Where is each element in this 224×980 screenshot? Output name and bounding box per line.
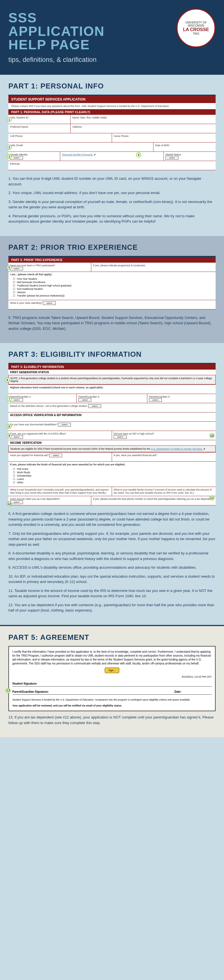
tip-7: 7. Only list the parents/guardians who p… xyxy=(8,531,216,547)
tip-8: 8. A documented disability is any physic… xyxy=(8,550,216,562)
external-link-icon: ⬈ xyxy=(94,153,96,156)
check-pell[interactable]: Pell Grant xyxy=(13,468,211,470)
check-scholarships[interactable]: Scholarships xyxy=(13,474,211,477)
part1-form: STUDENT SUPPORT SERVICES APPLICATION Ple… xyxy=(8,95,216,170)
marker-6: 6 xyxy=(5,377,10,382)
standing-select[interactable]: -- select -- xyxy=(43,301,56,305)
pg1-label: Parent/Guardian 1: xyxy=(10,395,31,398)
participant-select[interactable]: -- select -- xyxy=(10,267,23,270)
firstgen-select[interactable]: -- select -- xyxy=(88,404,101,408)
dob-label: Date of Birth: xyxy=(155,144,170,147)
tip-10: 10. An IEP, or individualized education … xyxy=(8,574,216,585)
page-subtitle: tips, definitions, & clarification xyxy=(8,56,216,64)
participant-label: Have you ever been a TRIO participant? xyxy=(10,264,55,267)
pg2-label: Parent/Guardian 2: xyxy=(78,395,100,398)
check-other[interactable]: Other: xyxy=(13,481,211,484)
tax-dependent-label: Does anyone claim you as a tax dependent… xyxy=(10,498,60,500)
signature-box: I certify that the information I have pr… xyxy=(8,646,216,711)
firstgen-header: FIRST GENERATION STATUS xyxy=(8,370,216,375)
cert-text: I certify that the information I have pr… xyxy=(12,650,212,665)
marker-12: 12 xyxy=(7,501,12,506)
household-size-label: What is your household size? (Includes y… xyxy=(10,488,109,494)
home-label: Home Phone: xyxy=(114,135,129,137)
tip-11: 11. Taxable income is the amount of inco… xyxy=(8,588,216,599)
taxable-income-label: What is your taxable family income? (Amo… xyxy=(114,488,212,494)
marker-10: 10 xyxy=(210,433,214,438)
cell-label: Cell Phone: xyxy=(10,135,23,137)
best-phone-label: If yes, please provide the best phone nu… xyxy=(93,498,213,500)
sign-button[interactable]: Sign ↓ xyxy=(105,668,119,673)
check-nontraditional[interactable]: Non-traditional Student xyxy=(13,288,211,290)
marker-3: 3 xyxy=(7,154,12,159)
date-label: Date: xyxy=(175,690,181,694)
tip-9: 9. ACCESS is UWL's disability services o… xyxy=(8,565,216,570)
gender-label: Gender Identity: xyxy=(10,153,28,156)
student-id-label: UWL Student ID: xyxy=(10,116,29,119)
email-label: UWL Email: xyxy=(10,144,23,147)
part3-title: PART 3: ELIGIBILITY INFORMATION xyxy=(0,343,224,363)
student-sig-label: Student Signature: xyxy=(12,682,37,686)
marker-13: 13 xyxy=(6,688,11,693)
access-header: ACCESS OFFICE VERIFICATION & IEP INFORMA… xyxy=(8,412,216,422)
tip-12: 12. You are a tax dependent if you live … xyxy=(8,602,216,613)
marker-7: 7 xyxy=(7,396,12,401)
tax-dependent-select[interactable]: -- select -- xyxy=(10,500,23,504)
part2-section-header: PART 2: PRIOR TRIO EXPERIENCE xyxy=(8,257,216,262)
check-first-year[interactable]: First Year Student xyxy=(13,277,211,280)
tip-5: 5. TRIO programs include Talent Search, … xyxy=(8,315,216,331)
tip-2: 2. Your unique, UWL-issued email address… xyxy=(8,190,216,196)
documented-select[interactable]: -- select -- xyxy=(58,423,71,426)
funding-note: Student Support Services is funded by th… xyxy=(12,698,212,702)
page-header: SSS APPLICATION HELP PAGE tips, definiti… xyxy=(0,0,224,75)
marker-4: 4 xyxy=(136,152,141,158)
iep-select[interactable]: -- select -- xyxy=(114,435,127,439)
check-workstudy[interactable]: Work-Study xyxy=(13,471,211,474)
gender-select[interactable]: -- select -- xyxy=(10,156,23,160)
awarded-aid-label: If yes, were you awarded financial aid? xyxy=(114,454,157,457)
part3-section-header: PART 3: ELIGIBILITY INFORMATION xyxy=(8,364,216,370)
uwl-trio-logo: UNIVERSITY OF WISCONSIN LA CROSSE TRiO xyxy=(176,8,216,48)
check-transfer[interactable]: Transfer (please list previous instituti… xyxy=(13,294,211,297)
tip-4: 4. Personal gender pronouns, or PGPs, ar… xyxy=(8,213,216,224)
tip-3: 3. Gender identity is your personal conc… xyxy=(8,199,216,210)
part2-form: PART 2: PRIOR TRIO EXPERIENCE 5Have you … xyxy=(8,256,216,309)
tip-6: 6. A first-generation college student is… xyxy=(8,511,216,528)
pg3-select[interactable]: -- select -- xyxy=(149,398,162,402)
check-loans[interactable]: Loans xyxy=(13,478,211,480)
ethnicity-label: Ethnicity: xyxy=(10,162,21,165)
tip-13: 13. If you are tax dependent (see #12 ab… xyxy=(8,714,216,725)
iep-label: Did you have an IEP in high school? xyxy=(114,432,154,435)
pg2-select[interactable]: -- select -- xyxy=(78,398,91,402)
documented-label: Do you have any documented disabilities? xyxy=(10,423,57,426)
pg1-select[interactable]: -- select -- xyxy=(10,398,23,402)
timestamp: 9/14/2021 | 12:43 PM CDT xyxy=(12,675,212,679)
applied-aid-select[interactable]: -- select -- xyxy=(49,453,62,457)
registered-select[interactable]: -- select -- xyxy=(10,435,23,439)
programs-label: If yes, please indicate program(s) & loc… xyxy=(93,264,146,267)
check-veteran[interactable]: Veteran xyxy=(13,291,211,294)
marital-select[interactable]: -- select -- xyxy=(165,156,178,160)
income-header: INCOME VERIFICATION xyxy=(8,440,216,445)
check-traditional[interactable]: Traditional Student (recent high school … xyxy=(13,284,211,287)
hhs-link[interactable]: U.S. Department of Health & Human Servic… xyxy=(151,447,203,450)
part2-title: PART 2: PRIOR TRIO EXPERIENCE xyxy=(0,236,224,256)
marker-5: 5 xyxy=(7,265,12,270)
preferred-name-label: Preferred Name: xyxy=(10,126,29,128)
firstgen-note: NOTE: A first-generation college student… xyxy=(10,377,212,382)
marker-8: 8 xyxy=(7,424,12,429)
check-all-label: I am... (please check all that apply): xyxy=(10,273,214,276)
highest-ed-label: Highest education level completed (check… xyxy=(10,386,103,389)
part1-title: PART 1: PERSONAL INFO xyxy=(0,75,224,95)
marital-label: Marital Status: xyxy=(165,153,182,156)
tip-1: 1. You can find your 9-digit UWL student… xyxy=(8,176,216,187)
form-header: STUDENT SUPPORT SERVICES APPLICATION xyxy=(8,96,216,103)
marker-2: 2 xyxy=(7,145,12,150)
form-note: Please contact SSS if you have any quest… xyxy=(8,103,216,109)
income-note: Students are eligible for SSS if their h… xyxy=(10,447,151,450)
check-mid-semester[interactable]: Mid-Semester Enrollment xyxy=(13,281,211,284)
check-list: First Year Student Mid-Semester Enrollme… xyxy=(10,276,214,299)
pronouns-label[interactable]: Personal Gender Pronouns: xyxy=(62,153,93,156)
based-on-label: Based on the definition above, I am a fi… xyxy=(10,405,87,407)
applied-aid-label: Have you applied for financial aid? xyxy=(10,454,49,457)
registered-label: If yes, are you registered with the ACCE… xyxy=(10,432,66,435)
